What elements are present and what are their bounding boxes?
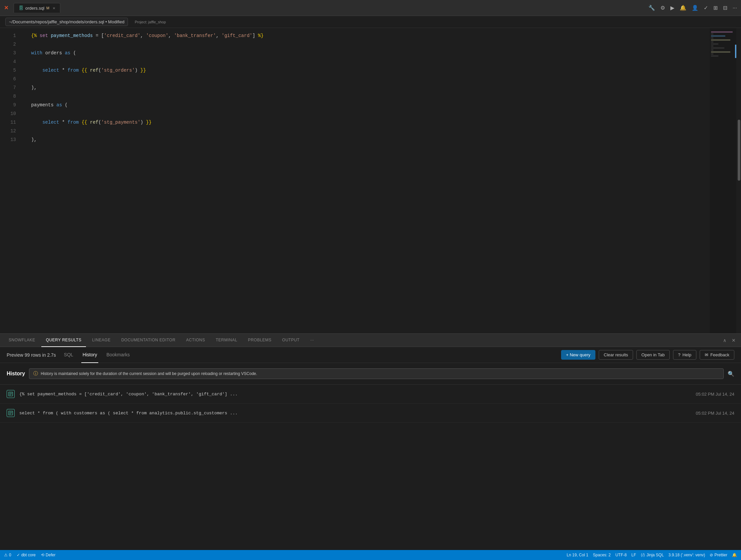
code-line-13: ), — [20, 135, 710, 144]
spaces-text: Spaces: 2 — [593, 553, 611, 557]
history-item-1[interactable]: {% set payment_methods = ['credit_card',… — [0, 385, 741, 404]
editor-tab[interactable]: 🗄 orders.sql M × — [14, 3, 60, 13]
history-item-text-2: select * from ( with customers as ( sele… — [19, 411, 691, 416]
tab-output[interactable]: OUTPUT — [278, 334, 304, 347]
minimap-line — [711, 47, 724, 49]
status-encoding[interactable]: UTF-8 — [615, 553, 627, 557]
code-line-6 — [20, 75, 710, 83]
history-notice-text: History is maintained solely for the dur… — [41, 371, 257, 376]
bell-icon[interactable]: 🔔 — [680, 5, 686, 11]
tab-lineage[interactable]: LINEAGE — [87, 334, 115, 347]
minimap-line — [711, 43, 718, 45]
minimap-line — [711, 39, 730, 41]
history-item-icon-2 — [7, 409, 15, 417]
wrench-icon[interactable]: 🔧 — [649, 5, 655, 11]
sub-tab-history[interactable]: History — [81, 347, 98, 363]
open-in-tab-button[interactable]: Open in Tab — [636, 350, 670, 360]
scrollbar-area[interactable] — [736, 28, 741, 333]
status-line-ending[interactable]: LF — [631, 553, 636, 557]
tab-modified-indicator: M — [46, 6, 49, 10]
history-item-time-1: 05:02 PM Jul 14, 24 — [696, 392, 734, 397]
panel-tabs-bar: SNOWFLAKE QUERY RESULTS LINEAGE DOCUMENT… — [0, 334, 741, 347]
more-icon[interactable]: ··· — [733, 5, 737, 11]
minimap-line — [711, 51, 730, 53]
clear-results-button[interactable]: Clear results — [599, 350, 633, 360]
status-position[interactable]: Ln 19, Col 1 — [567, 553, 588, 557]
sub-tabs-bar: Preview 99 rows in 2.7s SQL History Book… — [0, 347, 741, 363]
panel-tabs-right: ∧ ✕ — [722, 336, 737, 344]
notice-info-icon: ⓘ — [33, 371, 38, 377]
formatter-text: Prettier — [714, 553, 727, 557]
status-bar-right: Ln 19, Col 1 Spaces: 2 UTF-8 LF ⟨/⟩ Jinj… — [567, 553, 737, 557]
help-icon: ? — [678, 352, 680, 357]
sql-file-icon: 🗄 — [19, 5, 23, 11]
python-version-text: 3.9.18 ('.venv': venv) — [668, 553, 705, 557]
code-line-7: ), — [20, 83, 710, 92]
new-query-button[interactable]: + New query — [561, 350, 595, 360]
status-notifications[interactable]: 🔔 — [732, 553, 737, 557]
panel-close-icon[interactable]: ✕ — [730, 336, 737, 344]
brand-icon: ✕ — [4, 5, 8, 11]
minimap-line — [711, 45, 713, 47]
history-notice: ⓘ History is maintained solely for the d… — [29, 368, 724, 379]
position-text: Ln 19, Col 1 — [567, 553, 588, 557]
tab-query-results[interactable]: QUERY RESULTS — [41, 334, 86, 347]
status-language[interactable]: ⟨/⟩ Jinja SQL — [641, 553, 664, 557]
status-spaces[interactable]: Spaces: 2 — [593, 553, 611, 557]
sub-tab-bookmarks[interactable]: Bookmarks — [105, 347, 131, 363]
feedback-button[interactable]: ✉ Feedback — [700, 350, 734, 360]
history-header: History ⓘ History is maintained solely f… — [0, 363, 741, 385]
check-icon[interactable]: ✓ — [704, 5, 708, 11]
bottom-panel: SNOWFLAKE QUERY RESULTS LINEAGE DOCUMENT… — [0, 333, 741, 550]
minimap-lines — [710, 28, 736, 61]
language-text: Jinja SQL — [647, 553, 664, 557]
code-line-4 — [20, 57, 710, 66]
history-item-2[interactable]: select * from ( with customers as ( sele… — [0, 404, 741, 423]
status-python[interactable]: 3.9.18 ('.venv': venv) — [668, 553, 705, 557]
code-line-8 — [20, 92, 710, 101]
split-h-icon[interactable]: ⊟ — [723, 5, 727, 11]
tab-filename: orders.sql — [25, 6, 44, 11]
status-dbt-core[interactable]: ✓ dbt core — [17, 553, 36, 557]
notification-bell-icon: 🔔 — [732, 553, 737, 557]
status-errors[interactable]: ⚠ 0 — [4, 553, 11, 557]
split-v-icon[interactable]: ⊞ — [713, 5, 718, 11]
history-item-time-2: 05:02 PM Jul 14, 24 — [696, 411, 734, 416]
code-line-1: {% set payment_methods = ['credit_card',… — [20, 31, 710, 40]
panel-collapse-icon[interactable]: ∧ — [722, 336, 728, 344]
code-line-11: select * from {{ ref('stg_payments') }} — [20, 118, 710, 127]
history-search-icon[interactable]: 🔍 — [728, 371, 734, 377]
status-defer[interactable]: ⟲ Defer — [41, 553, 55, 557]
tab-terminal[interactable]: TERMINAL — [211, 334, 242, 347]
code-line-10 — [20, 109, 710, 118]
scrollbar-thumb[interactable] — [738, 120, 740, 181]
history-panel: History ⓘ History is maintained solely f… — [0, 363, 741, 550]
minimap-line — [711, 41, 713, 43]
help-button[interactable]: ? Help — [673, 350, 696, 360]
defer-icon: ⟲ — [41, 553, 44, 557]
dbt-core-label: dbt core — [21, 553, 36, 557]
encoding-text: UTF-8 — [615, 553, 627, 557]
tab-more[interactable]: ··· — [306, 334, 319, 347]
status-bar: ⚠ 0 ✓ dbt core ⟲ Defer Ln 19, Col 1 Spac… — [0, 550, 741, 560]
person-icon[interactable]: 👤 — [692, 5, 698, 11]
history-item-text-1: {% set payment_methods = ['credit_card',… — [19, 392, 691, 397]
history-panel-title: History — [7, 371, 25, 377]
tab-snowflake[interactable]: SNOWFLAKE — [4, 334, 40, 347]
feedback-icon: ✉ — [705, 352, 709, 357]
errors-icon: ⚠ — [4, 553, 8, 557]
sub-tab-sql[interactable]: SQL — [63, 347, 75, 363]
tab-actions[interactable]: ACTIONS — [182, 334, 210, 347]
minimap-line — [711, 31, 733, 33]
tab-problems[interactable]: PROBLEMS — [243, 334, 276, 347]
title-bar-left: ✕ 🗄 orders.sql M × — [4, 3, 60, 13]
sub-tabs-left: Preview 99 rows in 2.7s SQL History Book… — [7, 347, 131, 363]
tab-close-button[interactable]: × — [53, 6, 55, 11]
tab-documentation-editor[interactable]: DOCUMENTATION EDITOR — [117, 334, 180, 347]
run-icon[interactable]: ▶ — [670, 5, 674, 11]
errors-count: 0 — [9, 553, 11, 557]
debug-icon[interactable]: ⚙ — [660, 5, 665, 11]
code-content[interactable]: {% set payment_methods = ['credit_card',… — [20, 28, 710, 333]
minimap-line — [711, 49, 713, 51]
status-formatter[interactable]: ⊘ Prettier — [710, 553, 727, 557]
